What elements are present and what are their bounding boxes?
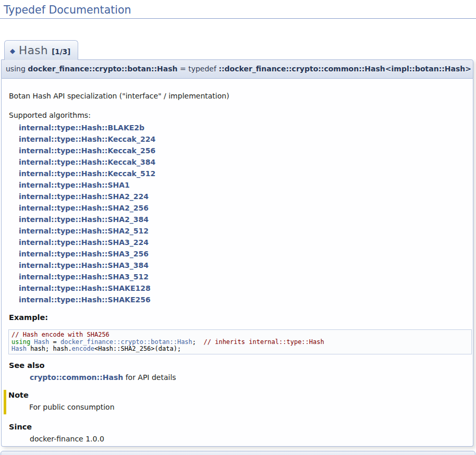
code-line: using Hash = docker_finance::crypto::bot… xyxy=(11,339,469,346)
list-item: internal::type::Hash::SHA2_256 xyxy=(9,202,466,214)
note-text: For public consumption xyxy=(29,403,466,411)
algorithm-link[interactable]: internal::type::Hash::BLAKE2b xyxy=(19,124,144,132)
code-keyword: using xyxy=(11,338,34,346)
see-also-content: crypto::common::Hash for API details xyxy=(30,373,466,382)
code-link[interactable]: Hash xyxy=(34,338,49,346)
list-item: internal::type::Hash::SHA3_384 xyxy=(9,260,466,271)
code-link[interactable]: docker_finance::crypto::botan::Hash xyxy=(60,338,192,346)
code-comment: // inherits internal::type::Hash xyxy=(204,338,324,346)
permalink-diamond-icon[interactable]: ◆ xyxy=(10,47,15,55)
algorithm-link[interactable]: internal::type::Hash::Keccak_512 xyxy=(19,169,155,178)
list-item: internal::type::Hash::SHA3_256 xyxy=(9,248,466,260)
algorithm-list: internal::type::Hash::BLAKE2b internal::… xyxy=(9,122,466,305)
proto-type: ::docker_finance::crypto::common::Hash<i… xyxy=(218,65,471,73)
member-overload-index: [1/3] xyxy=(52,47,70,56)
algorithm-link[interactable]: internal::type::Hash::SHAKE256 xyxy=(19,296,151,304)
see-also-suffix: for API details xyxy=(123,373,176,382)
member-documentation: Botan Hash API specialization ("interfac… xyxy=(1,79,473,447)
list-item: internal::type::Hash::Keccak_224 xyxy=(9,133,466,145)
algorithm-link[interactable]: internal::type::Hash::Keccak_256 xyxy=(19,146,155,155)
list-item: internal::type::Hash::BLAKE2b xyxy=(9,122,466,133)
algorithm-link[interactable]: internal::type::Hash::SHA2_384 xyxy=(19,215,149,224)
member-prototype: using docker_finance::crypto::botan::Has… xyxy=(1,59,473,79)
algorithm-link[interactable]: internal::type::Hash::SHAKE128 xyxy=(19,284,151,292)
list-item: internal::type::Hash::SHA3_224 xyxy=(9,237,466,248)
algorithm-link[interactable]: internal::type::Hash::SHA3_256 xyxy=(19,250,149,258)
list-item: internal::type::Hash::Keccak_256 xyxy=(9,145,466,156)
since-text: docker-finance 1.0.0 xyxy=(30,435,466,443)
proto-equals: = typedef xyxy=(178,65,219,73)
code-comment: // Hash encode with SHA256 xyxy=(11,331,109,338)
algorithm-link[interactable]: internal::type::Hash::SHA2_224 xyxy=(19,192,149,201)
page-title: Typedef Documentation xyxy=(0,0,476,19)
code-link[interactable]: Hash xyxy=(11,345,27,352)
supported-algorithms-label: Supported algorithms: xyxy=(9,111,466,119)
member-item: using docker_finance::crypto::botan::Has… xyxy=(1,59,473,447)
algorithm-link[interactable]: internal::type::Hash::SHA2_256 xyxy=(19,204,149,212)
member-tab: ◆Hash[1/3] xyxy=(4,40,78,60)
list-item: internal::type::Hash::Keccak_384 xyxy=(9,156,466,168)
since-section: Since docker-finance 1.0.0 xyxy=(9,423,466,443)
algorithm-link[interactable]: internal::type::Hash::Keccak_224 xyxy=(19,135,155,143)
list-item: internal::type::Hash::SHAKE128 xyxy=(9,282,466,294)
algorithm-link[interactable]: internal::type::Hash::SHA3_384 xyxy=(19,261,149,269)
code-line: Hash hash; hash.encode<Hash::SHA2_256>(d… xyxy=(11,346,469,353)
list-item: internal::type::Hash::SHA3_512 xyxy=(9,271,466,282)
proto-name: docker_finance::crypto::botan::Hash xyxy=(28,65,177,73)
list-item: internal::type::Hash::Keccak_512 xyxy=(9,168,466,179)
proto-keyword: using xyxy=(6,65,28,73)
algorithm-link[interactable]: internal::type::Hash::SHA3_512 xyxy=(19,273,149,281)
list-item: internal::type::Hash::SHA2_384 xyxy=(9,214,466,225)
example-label: Example: xyxy=(9,313,466,322)
algorithm-link[interactable]: internal::type::Hash::SHA1 xyxy=(19,181,130,189)
code-text: ; xyxy=(192,338,204,346)
list-item: internal::type::Hash::SHAKE256 xyxy=(9,294,466,305)
code-link[interactable]: encode xyxy=(72,345,94,352)
code-fragment: // Hash encode with SHA256 using Hash = … xyxy=(8,329,472,354)
member-name: Hash xyxy=(19,44,48,57)
member-description: Botan Hash API specialization ("interfac… xyxy=(9,92,466,100)
see-also-link[interactable]: crypto::common::Hash xyxy=(30,373,123,382)
since-label: Since xyxy=(9,423,466,432)
algorithm-link[interactable]: internal::type::Hash::SHA2_512 xyxy=(19,227,149,235)
code-text: <Hash::SHA2_256>(data); xyxy=(94,345,181,352)
see-also-section: See also crypto::common::Hash for API de… xyxy=(9,361,466,382)
next-member-header-partial xyxy=(1,451,475,455)
algorithm-link[interactable]: internal::type::Hash::SHA3_224 xyxy=(19,238,149,247)
list-item: internal::type::Hash::SHA2_224 xyxy=(9,191,466,202)
note-label: Note xyxy=(8,391,466,400)
example-section: Example: xyxy=(9,313,466,322)
algorithm-link[interactable]: internal::type::Hash::Keccak_384 xyxy=(19,158,155,166)
code-text: = xyxy=(49,338,60,346)
code-text: hash; hash. xyxy=(27,345,72,352)
list-item: internal::type::Hash::SHA2_512 xyxy=(9,225,466,237)
see-also-label: See also xyxy=(9,361,466,370)
list-item: internal::type::Hash::SHA1 xyxy=(9,179,466,191)
code-line: // Hash encode with SHA256 xyxy=(11,331,469,339)
note-section: Note For public consumption xyxy=(4,390,466,414)
